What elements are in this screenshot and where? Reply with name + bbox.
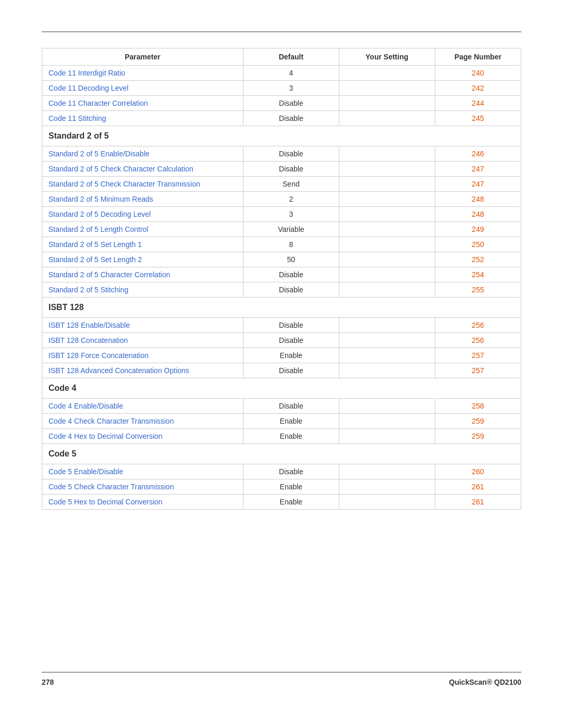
cell-parameter[interactable]: Standard 2 of 5 Minimum Reads xyxy=(42,192,243,207)
table-row: Standard 2 of 5 xyxy=(42,126,521,146)
cell-parameter[interactable]: Standard 2 of 5 Set Length 2 xyxy=(42,252,243,267)
cell-parameter[interactable]: Code 4 Check Character Transmission xyxy=(42,414,243,429)
top-border xyxy=(42,31,521,32)
table-row: Code 5 Enable/DisableDisable260 xyxy=(42,464,521,479)
cell-page-number: 256 xyxy=(435,333,521,348)
cell-your-setting xyxy=(339,146,435,162)
table-row: Code 5 xyxy=(42,444,521,464)
cell-page-number: 252 xyxy=(435,252,521,267)
table-row: Code 5 Check Character TransmissionEnabl… xyxy=(42,479,521,495)
cell-parameter[interactable]: Code 5 Hex to Decimal Conversion xyxy=(42,495,243,510)
cell-your-setting xyxy=(339,252,435,267)
cell-page-number: 248 xyxy=(435,207,521,222)
cell-your-setting xyxy=(339,96,435,111)
parameter-link[interactable]: Standard 2 of 5 Check Character Calculat… xyxy=(48,165,193,173)
main-table: Parameter Default Your Setting Page Numb… xyxy=(42,48,521,510)
cell-page-number: 244 xyxy=(435,96,521,111)
cell-page-number: 248 xyxy=(435,192,521,207)
cell-parameter[interactable]: ISBT 128 Concatenation xyxy=(42,333,243,348)
parameter-link[interactable]: ISBT 128 Advanced Concatenation Options xyxy=(48,366,189,375)
cell-page-number: 240 xyxy=(435,66,521,81)
parameter-link[interactable]: ISBT 128 Enable/Disable xyxy=(48,321,130,329)
parameter-link[interactable]: Code 11 Character Correlation xyxy=(48,99,148,107)
parameter-link[interactable]: Code 11 Decoding Level xyxy=(48,84,128,92)
parameter-link[interactable]: Code 4 Check Character Transmission xyxy=(48,417,174,425)
cell-parameter[interactable]: Code 11 Character Correlation xyxy=(42,96,243,111)
cell-parameter[interactable]: Standard 2 of 5 Enable/Disable xyxy=(42,146,243,162)
cell-parameter[interactable]: ISBT 128 Advanced Concatenation Options xyxy=(42,363,243,378)
header-page-number: Page Number xyxy=(435,48,521,66)
cell-parameter[interactable]: Standard 2 of 5 Set Length 1 xyxy=(42,237,243,252)
cell-parameter[interactable]: Code 4 Enable/Disable xyxy=(42,399,243,414)
cell-your-setting xyxy=(339,495,435,510)
cell-page-number: 254 xyxy=(435,267,521,282)
cell-page-number: 257 xyxy=(435,363,521,378)
cell-parameter[interactable]: Standard 2 of 5 Decoding Level xyxy=(42,207,243,222)
cell-page-number: 249 xyxy=(435,222,521,237)
cell-parameter[interactable]: Standard 2 of 5 Character Correlation xyxy=(42,267,243,282)
cell-default: 2 xyxy=(243,192,339,207)
cell-parameter[interactable]: Code 5 Check Character Transmission xyxy=(42,479,243,495)
table-row: Code 4 xyxy=(42,378,521,399)
cell-parameter[interactable]: Standard 2 of 5 Length Control xyxy=(42,222,243,237)
table-row: Code 4 Enable/DisableDisable258 xyxy=(42,399,521,414)
cell-parameter[interactable]: ISBT 128 Force Concatenation xyxy=(42,348,243,363)
cell-default: Disable xyxy=(243,363,339,378)
cell-parameter[interactable]: Code 11 Interdigit Ratio xyxy=(42,66,243,81)
cell-default: 3 xyxy=(243,207,339,222)
cell-default: Disable xyxy=(243,267,339,282)
cell-page-number: 247 xyxy=(435,177,521,192)
parameter-link[interactable]: Standard 2 of 5 Length Control xyxy=(48,225,148,233)
cell-default: 50 xyxy=(243,252,339,267)
cell-page-number: 250 xyxy=(435,237,521,252)
table-row: ISBT 128 Enable/DisableDisable256 xyxy=(42,318,521,333)
parameter-link[interactable]: Code 4 Enable/Disable xyxy=(48,402,123,410)
parameter-link[interactable]: Standard 2 of 5 Decoding Level xyxy=(48,210,151,218)
table-row: Standard 2 of 5 Set Length 250252 xyxy=(42,252,521,267)
parameter-link[interactable]: Standard 2 of 5 Check Character Transmis… xyxy=(48,180,200,188)
parameter-link[interactable]: Code 11 Interdigit Ratio xyxy=(48,69,125,77)
section-label: ISBT 128 xyxy=(42,298,521,318)
cell-parameter[interactable]: Standard 2 of 5 Check Character Calculat… xyxy=(42,162,243,177)
cell-parameter[interactable]: Standard 2 of 5 Check Character Transmis… xyxy=(42,177,243,192)
parameter-link[interactable]: Standard 2 of 5 Set Length 2 xyxy=(48,255,142,264)
cell-default: Disable xyxy=(243,464,339,479)
cell-default: Disable xyxy=(243,146,339,162)
parameter-link[interactable]: Code 4 Hex to Decimal Conversion xyxy=(48,432,163,440)
header-parameter: Parameter xyxy=(42,48,243,66)
cell-page-number: 256 xyxy=(435,318,521,333)
parameter-link[interactable]: Code 5 Enable/Disable xyxy=(48,467,123,476)
parameter-link[interactable]: ISBT 128 Concatenation xyxy=(48,336,128,344)
cell-parameter[interactable]: Code 11 Stitching xyxy=(42,111,243,126)
parameter-link[interactable]: Code 5 Check Character Transmission xyxy=(48,483,174,491)
cell-parameter[interactable]: Code 11 Decoding Level xyxy=(42,81,243,96)
cell-page-number: 259 xyxy=(435,414,521,429)
cell-your-setting xyxy=(339,237,435,252)
parameter-link[interactable]: Standard 2 of 5 Minimum Reads xyxy=(48,195,153,203)
cell-your-setting xyxy=(339,399,435,414)
parameter-link[interactable]: ISBT 128 Force Concatenation xyxy=(48,351,149,360)
footer-page-number: 278 xyxy=(42,678,54,686)
table-row: Code 5 Hex to Decimal ConversionEnable26… xyxy=(42,495,521,510)
cell-your-setting xyxy=(339,222,435,237)
section-label: Code 4 xyxy=(42,378,521,399)
parameter-link[interactable]: Standard 2 of 5 Character Correlation xyxy=(48,270,170,279)
cell-parameter[interactable]: Code 5 Enable/Disable xyxy=(42,464,243,479)
cell-default: 4 xyxy=(243,66,339,81)
parameter-link[interactable]: Code 5 Hex to Decimal Conversion xyxy=(48,498,163,506)
cell-page-number: 261 xyxy=(435,479,521,495)
parameter-link[interactable]: Code 11 Stitching xyxy=(48,114,106,122)
cell-page-number: 257 xyxy=(435,348,521,363)
cell-parameter[interactable]: Standard 2 of 5 Stitching xyxy=(42,282,243,298)
parameter-link[interactable]: Standard 2 of 5 Enable/Disable xyxy=(48,150,150,158)
cell-your-setting xyxy=(339,192,435,207)
cell-default: Disable xyxy=(243,96,339,111)
table-row: Standard 2 of 5 StitchingDisable255 xyxy=(42,282,521,298)
parameter-link[interactable]: Standard 2 of 5 Set Length 1 xyxy=(48,240,142,249)
cell-page-number: 255 xyxy=(435,282,521,298)
cell-parameter[interactable]: ISBT 128 Enable/Disable xyxy=(42,318,243,333)
cell-your-setting xyxy=(339,111,435,126)
cell-parameter[interactable]: Code 4 Hex to Decimal Conversion xyxy=(42,429,243,444)
cell-page-number: 261 xyxy=(435,495,521,510)
parameter-link[interactable]: Standard 2 of 5 Stitching xyxy=(48,286,128,294)
